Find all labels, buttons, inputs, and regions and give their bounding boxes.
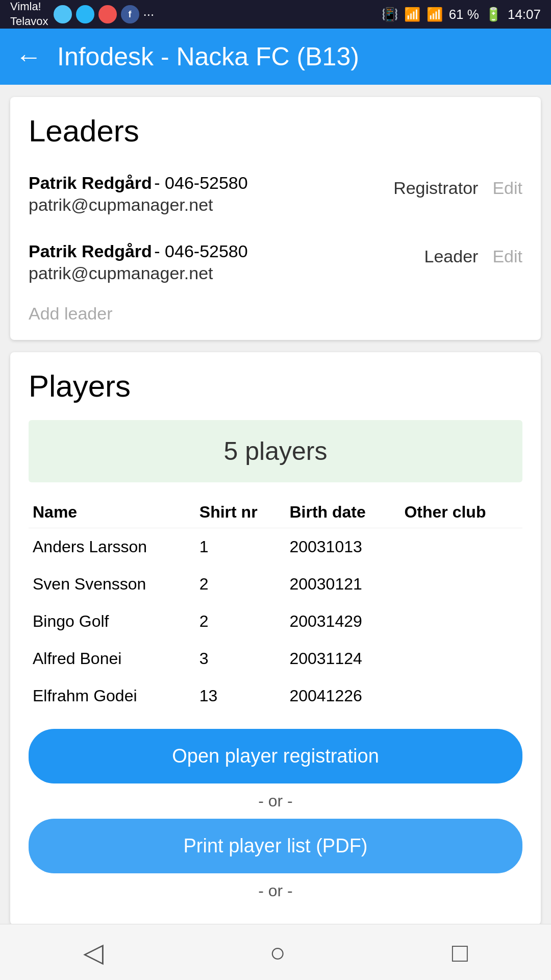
back-button[interactable]: ← (15, 43, 42, 70)
players-section-title: Players (29, 369, 522, 404)
player-otherclub-3 (400, 640, 522, 677)
nav-back-button[interactable]: ◁ (83, 937, 104, 968)
add-leader-button[interactable]: Add leader (29, 304, 522, 324)
player-birthdate-4: 20041226 (285, 677, 400, 715)
col-birthdate-header: Birth date (285, 497, 400, 528)
table-row: Anders Larsson 1 20031013 (29, 528, 522, 566)
player-otherclub-4 (400, 677, 522, 715)
status-icons: f ··· (54, 5, 155, 23)
wifi-icon: 📶 (404, 7, 420, 22)
leader-name-0: Patrik Redgård (29, 173, 152, 192)
edit-leader-1-button[interactable]: Edit (492, 247, 522, 266)
leaders-card: Leaders Patrik Redgård - 046-52580 patri… (10, 97, 541, 340)
player-shirtnr-0: 1 (195, 528, 286, 566)
app-name-label: Vimla! Telavox (10, 0, 48, 29)
players-count-text: 5 players (224, 437, 328, 465)
col-shirtnr-header: Shirt nr (195, 497, 286, 528)
facebook-icon: f (121, 5, 139, 23)
leader-meta-0: Registrator Edit (393, 173, 522, 198)
leader-info-1: Patrik Redgård - 046-52580 patrik@cupman… (29, 241, 424, 283)
more-icon: ··· (143, 7, 155, 22)
player-shirtnr-3: 3 (195, 640, 286, 677)
bottom-nav: ◁ ○ □ (0, 924, 551, 980)
leader-meta-1: Leader Edit (424, 241, 522, 266)
player-otherclub-1 (400, 566, 522, 603)
moon-icon (54, 5, 72, 23)
app-bar-title: Infodesk - Nacka FC (B13) (57, 42, 359, 71)
player-birthdate-1: 20030121 (285, 566, 400, 603)
leader-phone-0: - 046-52580 (154, 173, 247, 192)
leader-name-1: Patrik Redgård (29, 241, 152, 261)
battery-icon: 🔋 (485, 7, 502, 22)
leader-email-0: patrik@cupmanager.net (29, 195, 393, 215)
leader-row-1: Patrik Redgård - 046-52580 patrik@cupman… (29, 233, 522, 291)
leader-row-0: Patrik Redgård - 046-52580 patrik@cupman… (29, 165, 522, 223)
status-right: 📳 📶 📶 61 % 🔋 14:07 (382, 7, 541, 22)
leaders-section-title: Leaders (29, 113, 522, 149)
signal-icon: 📶 (427, 7, 443, 22)
leader-role-0: Registrator (393, 178, 478, 198)
player-birthdate-0: 20031013 (285, 528, 400, 566)
or-divider-1: - or - (29, 792, 522, 811)
player-otherclub-0 (400, 528, 522, 566)
col-otherclub-header: Other club (400, 497, 522, 528)
leader-role-1: Leader (424, 247, 479, 266)
battery-percent: 61 % (449, 7, 479, 22)
player-name-0: Anders Larsson (29, 528, 195, 566)
player-name-2: Bingo Golf (29, 603, 195, 640)
table-row: Elfrahm Godei 13 20041226 (29, 677, 522, 715)
player-name-1: Sven Svensson (29, 566, 195, 603)
table-row: Bingo Golf 2 20031429 (29, 603, 522, 640)
player-name-3: Alfred Bonei (29, 640, 195, 677)
leader-info-0: Patrik Redgård - 046-52580 patrik@cupman… (29, 173, 393, 215)
player-shirtnr-2: 2 (195, 603, 286, 640)
status-bar: Vimla! Telavox f ··· 📳 📶 📶 61 % 🔋 14:07 (0, 0, 551, 29)
nav-home-button[interactable]: ○ (270, 937, 286, 968)
leader-email-1: patrik@cupmanager.net (29, 263, 424, 283)
app-bar: ← Infodesk - Nacka FC (B13) (0, 29, 551, 85)
player-birthdate-3: 20031124 (285, 640, 400, 677)
open-player-registration-button[interactable]: Open player registration (29, 729, 522, 783)
player-birthdate-2: 20031429 (285, 603, 400, 640)
red-icon (98, 5, 117, 23)
player-name-4: Elfrahm Godei (29, 677, 195, 715)
or-divider-2: - or - (29, 881, 522, 900)
players-card: Players 5 players Name Shirt nr Birth da… (10, 352, 541, 925)
player-shirtnr-1: 2 (195, 566, 286, 603)
players-count-box: 5 players (29, 420, 522, 482)
clock: 14:07 (508, 7, 541, 22)
leader-phone-1: - 046-52580 (154, 241, 247, 261)
col-name-header: Name (29, 497, 195, 528)
table-row: Alfred Bonei 3 20031124 (29, 640, 522, 677)
edit-leader-0-button[interactable]: Edit (492, 178, 522, 198)
print-player-list-button[interactable]: Print player list (PDF) (29, 819, 522, 873)
table-header-row: Name Shirt nr Birth date Other club (29, 497, 522, 528)
status-left: Vimla! Telavox f ··· (10, 0, 154, 29)
phone-vibrate-icon: 📳 (382, 7, 398, 22)
player-shirtnr-4: 13 (195, 677, 286, 715)
main-content: Leaders Patrik Redgård - 046-52580 patri… (0, 85, 551, 937)
table-row: Sven Svensson 2 20030121 (29, 566, 522, 603)
players-table: Name Shirt nr Birth date Other club Ande… (29, 497, 522, 715)
chat-icon (76, 5, 94, 23)
nav-recents-button[interactable]: □ (452, 937, 468, 968)
player-otherclub-2 (400, 603, 522, 640)
